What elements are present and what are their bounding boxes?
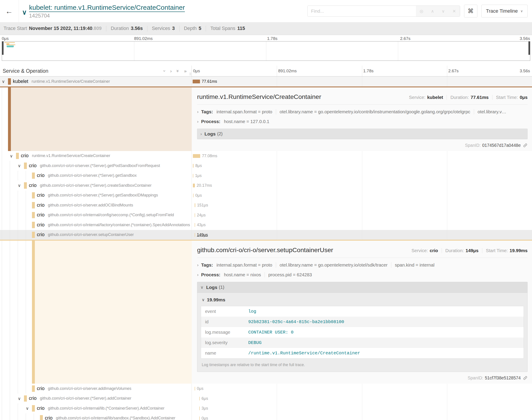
span-row[interactable]: criogithub.com/cri-o/cri-o/server.addOCI… — [0, 200, 532, 210]
span-name-cell[interactable]: criogithub.com/cri-o/cri-o/internal/fact… — [0, 220, 192, 230]
span-name-cell[interactable]: criogithub.com/cri-o/cri-o/server.addIma… — [0, 384, 192, 394]
span-duration-bar[interactable] — [199, 397, 200, 401]
trace-title-link[interactable]: kubelet: runtime.v1.RuntimeService/Creat… — [29, 3, 185, 12]
minimap-scrubber-right[interactable] — [529, 42, 530, 55]
span-name-inner: kubeletruntime.v1.RuntimeService/CreateC… — [13, 76, 190, 87]
span-duration-bar[interactable] — [199, 417, 200, 420]
span-row[interactable]: ∨crioruntime.v1.RuntimeService/CreateCon… — [0, 151, 532, 161]
expand-chevron-icon[interactable]: ∨ — [18, 396, 21, 401]
span-duration-bar[interactable] — [193, 184, 195, 187]
span-timeline-cell[interactable]: 0μs — [192, 384, 532, 394]
span-name-cell[interactable]: ∨criogithub.com/cri-o/cri-o/server.(*Ser… — [0, 394, 192, 404]
span-name-cell[interactable]: criogithub.com/cri-o/cri-o/server.setupC… — [0, 230, 192, 240]
span-row[interactable]: ∨kubeletruntime.v1.RuntimeService/Create… — [0, 76, 532, 87]
span-timeline-cell[interactable]: 77.08ms — [192, 151, 532, 161]
span-duration-bar[interactable] — [193, 80, 200, 83]
span-duration-bar[interactable] — [193, 154, 200, 158]
span-duration-bar[interactable] — [193, 164, 194, 168]
clear-search-icon[interactable]: ✕ — [452, 9, 456, 14]
minimap-scrubber-left[interactable] — [2, 42, 3, 55]
span-row[interactable]: criogithub.com/cri-o/cri-o/internal/fact… — [0, 220, 532, 230]
operation-name: github.com/cri-o/cri-o/internal/config/s… — [48, 213, 174, 217]
span-name-cell[interactable]: ∨criogithub.com/cri-o/cri-o/server.(*Ser… — [0, 161, 192, 171]
trace-minimap[interactable] — [2, 41, 530, 61]
timeline-gridline — [362, 413, 362, 420]
log-entry-accordion[interactable]: ∨ 19.99ms — [202, 297, 524, 302]
service-name: crio — [37, 386, 45, 391]
span-duration-bar[interactable] — [195, 203, 195, 207]
span-row[interactable]: ∨criogithub.com/cri-o/cri-o/internal/lib… — [0, 403, 532, 413]
span-row[interactable]: criogithub.com/cri-o/cri-o/internal/lib/… — [0, 413, 532, 420]
next-result-icon[interactable]: ∨ — [442, 9, 445, 14]
expand-chevron-icon[interactable]: ∨ — [2, 79, 5, 84]
span-rows-group-a: ∨kubeletruntime.v1.RuntimeService/Create… — [0, 76, 532, 87]
span-duration-bar[interactable] — [193, 194, 194, 197]
span-name-cell[interactable]: criogithub.com/cri-o/cri-o/server.addOCI… — [0, 200, 192, 210]
span-row[interactable]: criogithub.com/cri-o/cri-o/server.(*Serv… — [0, 191, 532, 200]
span-name-cell[interactable]: criogithub.com/cri-o/cri-o/server.(*Serv… — [0, 171, 192, 181]
span-row[interactable]: criogithub.com/cri-o/cri-o/internal/conf… — [0, 210, 532, 220]
expand-chevron-icon[interactable]: ∨ — [26, 406, 29, 411]
span-duration-bar[interactable] — [195, 213, 195, 217]
spanid-link-icon[interactable] — [523, 143, 528, 148]
span-timeline-cell[interactable]: 8μs — [192, 161, 532, 171]
span-name-cell[interactable]: ∨kubeletruntime.v1.RuntimeService/Create… — [0, 76, 192, 87]
trace-title-chevron-icon[interactable]: ∨ — [22, 8, 27, 16]
logs-accordion[interactable]: › Logs (2) — [197, 129, 528, 139]
prev-result-icon[interactable]: ∧ — [431, 9, 434, 14]
span-name-cell[interactable]: ∨crioruntime.v1.RuntimeService/CreateCon… — [0, 151, 192, 161]
span-timeline-cell[interactable]: 24μs — [192, 210, 532, 220]
span-row[interactable]: criogithub.com/cri-o/cri-o/server.setupC… — [0, 230, 532, 240]
find-input[interactable] — [308, 6, 416, 16]
tags-accordion[interactable]: › Tags: internal.span.format = proto ote… — [197, 109, 528, 114]
span-row[interactable]: criogithub.com/cri-o/cri-o/server.addIma… — [0, 384, 532, 394]
span-name-inner: criogithub.com/cri-o/cri-o/server.addOCI… — [37, 200, 190, 210]
span-timeline-cell[interactable]: 3μs — [192, 403, 532, 413]
span-duration-bar[interactable] — [195, 223, 195, 227]
focus-target-icon[interactable]: ◎ — [420, 9, 423, 14]
span-duration-bar[interactable] — [199, 406, 200, 410]
span-name-cell[interactable]: criogithub.com/cri-o/cri-o/internal/conf… — [0, 210, 192, 220]
span-name-cell[interactable]: criogithub.com/cri-o/cri-o/server.(*Serv… — [0, 191, 192, 200]
service-name: crio — [29, 183, 37, 188]
keyboard-shortcuts-button[interactable]: ⌘ — [464, 5, 477, 17]
span-timeline-cell[interactable]: 0μs — [192, 191, 532, 200]
span-timeline-cell[interactable]: 1μs — [192, 171, 532, 181]
span-duration-bar[interactable] — [195, 387, 195, 390]
span-duration-bar[interactable] — [193, 174, 193, 178]
logs-accordion[interactable]: ∨ Logs (1) — [197, 282, 527, 293]
indent-guide-line — [2, 403, 2, 413]
span-timeline-cell[interactable]: 151μs — [192, 200, 532, 210]
span-row[interactable]: ∨criogithub.com/cri-o/cri-o/server.(*Ser… — [0, 180, 532, 191]
collapse-all-icon[interactable]: » — [175, 70, 180, 72]
expand-one-icon[interactable]: › — [170, 68, 172, 74]
expand-chevron-icon[interactable]: ∨ — [18, 183, 21, 188]
span-name-cell[interactable]: ∨criogithub.com/cri-o/cri-o/internal/lib… — [0, 403, 192, 413]
expand-chevron-icon[interactable]: ∨ — [10, 153, 13, 158]
span-timeline-cell[interactable]: 6μs — [192, 394, 532, 404]
process-accordion[interactable]: › Process: host.name = 127.0.0.1 — [197, 119, 528, 124]
expand-all-icon[interactable]: » — [184, 68, 187, 74]
trace-view-selector[interactable]: Trace Timeline ∨ — [481, 5, 528, 17]
tags-accordion[interactable]: › Tags: internal.span.format = proto ote… — [197, 262, 528, 268]
span-name-cell[interactable]: criogithub.com/cri-o/cri-o/internal/lib/… — [0, 413, 192, 420]
spanid-link-icon[interactable] — [523, 376, 528, 380]
span-row[interactable]: criogithub.com/cri-o/cri-o/server.(*Serv… — [0, 171, 532, 181]
span-name-cell[interactable]: ∨criogithub.com/cri-o/cri-o/server.(*Ser… — [0, 180, 192, 191]
span-timeline-cell[interactable]: 0μs — [192, 413, 532, 420]
collapse-one-icon[interactable]: › — [162, 70, 167, 72]
span-timeline-cell[interactable]: 149μs — [192, 230, 532, 240]
span-timeline-cell[interactable]: 20.17ms — [192, 180, 532, 191]
duration-label: 149μs — [197, 232, 208, 237]
back-arrow-icon[interactable]: ← — [5, 7, 15, 15]
span-timeline-cell[interactable]: 77.61ms — [192, 76, 532, 87]
expand-chevron-icon[interactable]: ∨ — [18, 163, 21, 168]
span-row[interactable]: ∨criogithub.com/cri-o/cri-o/server.(*Ser… — [0, 161, 532, 171]
span-duration-bar[interactable] — [195, 233, 195, 237]
column-resizer[interactable] — [190, 73, 191, 75]
span-row[interactable]: ∨criogithub.com/cri-o/cri-o/server.(*Ser… — [0, 394, 532, 404]
process-accordion[interactable]: › Process: host.name = nixos process.pid… — [197, 272, 528, 277]
service-name: crio — [37, 212, 45, 218]
total-spans-item: Total Spans 115 — [210, 26, 245, 31]
span-timeline-cell[interactable]: 43μs — [192, 220, 532, 230]
